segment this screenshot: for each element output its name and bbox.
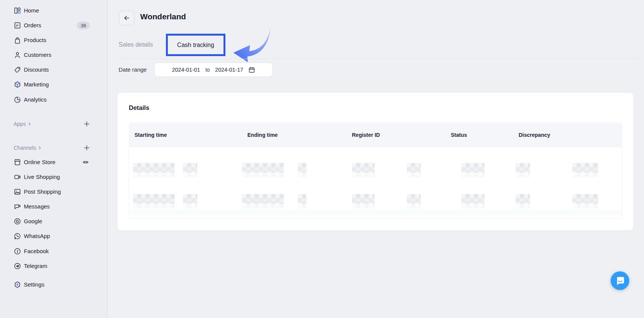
settings-icon — [14, 281, 21, 288]
sidebar-item-label: Settings — [24, 281, 44, 288]
date-separator: to — [205, 67, 210, 73]
image-icon — [14, 188, 21, 196]
column-header-ending-time: Ending time — [247, 122, 278, 147]
back-button[interactable] — [119, 11, 134, 25]
date-range-input[interactable]: 2024-01-01 to 2024-01-17 — [154, 63, 273, 77]
sidebar-item-whatsapp[interactable]: WhatsApp — [0, 229, 107, 243]
sidebar-section-apps[interactable]: Apps — [0, 119, 107, 128]
redacted-cell — [133, 163, 175, 172]
end-date-value[interactable]: 2024-01-17 — [215, 67, 243, 73]
google-icon: G — [14, 218, 21, 225]
chat-bubble-icon — [615, 276, 625, 286]
eye-icon[interactable] — [82, 158, 89, 166]
tabs-divider — [119, 59, 642, 59]
sidebar-item-live-shopping[interactable]: Live Shopping — [0, 169, 107, 184]
redacted-cell — [461, 194, 485, 204]
facebook-icon: f — [14, 248, 21, 255]
sidebar-item-label: WhatsApp — [24, 233, 50, 239]
redacted-cell — [242, 163, 284, 172]
add-app-button[interactable] — [83, 121, 90, 127]
redacted-cell — [298, 194, 306, 204]
column-header-status: Status — [451, 122, 467, 147]
sidebar-item-products[interactable]: Products — [0, 33, 107, 47]
column-header-register-id: Register ID — [352, 122, 380, 147]
sidebar-item-online-store[interactable]: Online Store — [0, 155, 107, 169]
video-camera-icon — [14, 173, 21, 181]
sidebar-item-label: Telegram — [24, 263, 47, 269]
redacted-cell — [183, 163, 197, 172]
sidebar-item-google[interactable]: G Google — [0, 214, 107, 229]
svg-text:G: G — [16, 219, 19, 223]
redacted-cell — [516, 163, 530, 172]
sidebar-item-messages[interactable]: Messages — [0, 199, 107, 214]
sidebar-item-label: Online Store — [24, 159, 55, 165]
sidebar-item-label: Live Shopping — [24, 174, 60, 180]
details-card: Details Starting time Ending time Regist… — [117, 93, 633, 230]
svg-text:f: f — [17, 249, 18, 253]
orders-count-badge: 36 — [77, 21, 90, 29]
app-window: Home Orders 36 Products Customers — [0, 0, 644, 318]
redacted-cell — [298, 163, 306, 172]
sidebar-item-label: Home — [24, 7, 39, 14]
column-header-discrepancy: Discrepancy — [519, 122, 550, 147]
annotation-highlight-box: Cash tracking — [166, 34, 225, 56]
redacted-cell — [133, 194, 175, 204]
annotation-arrow-icon — [227, 27, 272, 63]
sidebar-item-label: Post Shopping — [24, 188, 61, 195]
sidebar-section-channels[interactable]: Channels — [0, 143, 107, 152]
sidebar-item-discounts[interactable]: Discounts — [0, 62, 107, 77]
redacted-cell — [572, 163, 598, 172]
chevron-right-icon — [38, 144, 42, 151]
sidebar-item-settings[interactable]: Settings — [0, 277, 107, 292]
sidebar-item-marketing[interactable]: Marketing — [0, 77, 107, 92]
telegram-icon — [14, 262, 21, 270]
redacted-cell — [516, 194, 530, 204]
tab-sales-details[interactable]: Sales details — [119, 33, 153, 56]
sidebar-item-label: Orders — [24, 22, 41, 28]
home-icon — [14, 7, 21, 14]
customers-icon — [14, 51, 21, 59]
sidebar-item-orders[interactable]: Orders 36 — [0, 18, 107, 33]
table-header-row: Starting time Ending time Register ID St… — [129, 122, 622, 147]
sidebar-item-label: Marketing — [24, 81, 49, 88]
analytics-pie-icon — [14, 96, 21, 103]
calendar-icon[interactable] — [249, 67, 255, 73]
storefront-icon — [14, 158, 21, 166]
marketing-cube-icon — [14, 81, 21, 88]
redacted-cell — [461, 163, 485, 172]
table-row — [129, 163, 622, 180]
sidebar-item-customers[interactable]: Customers — [0, 47, 107, 62]
chat-launcher-button[interactable] — [611, 271, 629, 290]
orders-icon — [14, 22, 21, 29]
sidebar-item-label: Customers — [24, 52, 52, 58]
sidebar-item-label: Messages — [24, 203, 50, 210]
column-header-starting-time: Starting time — [134, 122, 167, 147]
tab-cash-tracking[interactable]: Cash tracking — [177, 42, 214, 49]
whatsapp-icon — [14, 232, 21, 240]
redacted-cell — [407, 163, 421, 172]
sidebar-item-label: Facebook — [24, 248, 49, 254]
sidebar-item-post-shopping[interactable]: Post Shopping — [0, 184, 107, 199]
sidebar-item-analytics[interactable]: Analytics — [0, 92, 107, 107]
sidebar: Home Orders 36 Products Customers — [0, 0, 108, 318]
table-body — [129, 147, 622, 219]
sidebar-item-home[interactable]: Home — [0, 3, 107, 18]
table-row — [129, 194, 622, 211]
sidebar-item-label: Analytics — [24, 96, 47, 103]
redacted-cell — [183, 194, 197, 204]
partial-table-row — [130, 210, 622, 215]
sidebar-item-facebook[interactable]: f Facebook — [0, 244, 107, 258]
add-channel-button[interactable] — [83, 144, 90, 151]
start-date-value[interactable]: 2024-01-01 — [172, 67, 200, 73]
redacted-cell — [572, 194, 598, 204]
products-bag-icon — [14, 36, 21, 44]
section-label: Apps — [14, 121, 26, 127]
redacted-cell — [352, 194, 375, 204]
sidebar-item-label: Discounts — [24, 66, 49, 73]
redacted-cell — [242, 194, 284, 204]
sidebar-item-telegram[interactable]: Telegram — [0, 258, 107, 273]
chat-bubbles-icon — [14, 203, 21, 210]
page-title: Wonderland — [140, 12, 186, 21]
redacted-cell — [407, 194, 421, 204]
date-range-label: Date range — [119, 66, 147, 73]
